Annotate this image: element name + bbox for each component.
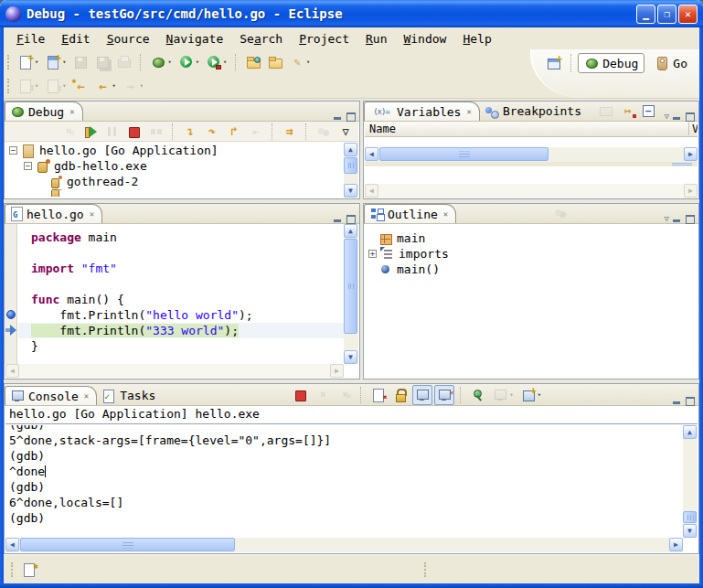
dropdown-arrow-icon[interactable]: ▾ (509, 391, 513, 399)
maximize-view-button[interactable] (685, 214, 695, 223)
scroll-thumb[interactable] (379, 147, 549, 161)
open-resource-button[interactable] (265, 52, 285, 72)
close-tab-icon[interactable]: ✕ (84, 391, 89, 401)
tree-item[interactable]: −gdb-hello.exe (5, 158, 344, 174)
scroll-left-button[interactable]: ◀ (5, 538, 19, 551)
dropdown-arrow-icon[interactable]: ▾ (140, 82, 144, 90)
menu-navigate[interactable]: Navigate (159, 30, 231, 48)
back-button[interactable]: ←▾ (92, 76, 118, 96)
close-button[interactable]: ✕ (678, 5, 698, 24)
toolbar-drag-handle[interactable] (7, 79, 10, 93)
tab-breakpoints[interactable]: Breakpoints (480, 102, 589, 121)
outline-tree[interactable]: main+importsmain() (365, 225, 698, 378)
tree-item[interactable]: −hello.go [Go Application] (5, 143, 344, 158)
minimize-view-button[interactable] (672, 396, 682, 405)
collapse-all-button[interactable]: − (640, 101, 657, 121)
tab-hello-go[interactable]: Ghello.go✕ (5, 204, 102, 223)
toolbar-drag-handle[interactable] (7, 55, 10, 69)
tab-tasks[interactable]: Tasks (97, 386, 163, 405)
tree-item[interactable]: gothread-2 (5, 174, 344, 189)
last-edit-location-button[interactable]: ← (70, 76, 91, 96)
perspective-debug[interactable]: Debug (578, 53, 644, 73)
code-line[interactable]: import "fmt" (18, 261, 345, 276)
show-stderr-changes-button[interactable]: ✕ (434, 385, 454, 405)
external-tools-button[interactable]: ▾ (204, 52, 229, 72)
clear-console-button[interactable] (368, 385, 389, 405)
search-button[interactable]: ✎▾ (287, 52, 313, 72)
debug-launch-tree[interactable]: −hello.go [Go Application]−gdb-hello.exe… (5, 143, 344, 198)
maximize-view-button[interactable] (346, 112, 356, 121)
step-into-button[interactable]: ↴ (180, 122, 200, 142)
console-hscrollbar[interactable]: ◀ ▶ (5, 538, 683, 552)
dropdown-arrow-icon[interactable]: ▾ (167, 59, 171, 66)
debug-launch-button[interactable]: ▾ (148, 52, 174, 72)
menu-help[interactable]: Help (455, 30, 498, 48)
view-menu-icon[interactable]: ▽ (665, 112, 669, 121)
scroll-thumb[interactable] (344, 157, 357, 174)
collapse-icon[interactable]: − (24, 162, 32, 170)
maximize-view-button[interactable] (346, 214, 356, 223)
expand-icon[interactable]: + (368, 250, 377, 258)
editor-annotation-ruler[interactable] (5, 224, 17, 364)
code-line[interactable]: } (18, 338, 345, 354)
menu-window[interactable]: Window (396, 30, 453, 48)
code-line[interactable]: fmt.Println("333 world"); (18, 323, 345, 338)
run-launch-button[interactable]: ▾ (176, 52, 202, 72)
collapse-icon[interactable]: − (9, 146, 17, 155)
scroll-down-button[interactable]: ▼ (683, 524, 697, 538)
console-output[interactable]: (gdb) 5^done,stack-args=[frame={level="0… (5, 425, 683, 538)
dropdown-arrow-icon[interactable]: ▾ (196, 59, 199, 66)
close-tab-icon[interactable]: ✕ (69, 107, 74, 116)
scroll-right-button[interactable]: ▶ (669, 538, 683, 551)
resume-button[interactable] (80, 122, 101, 142)
dropdown-arrow-icon[interactable]: ▾ (62, 82, 66, 90)
use-step-filters-button[interactable]: ⇉ (280, 122, 300, 142)
dropdown-arrow-icon[interactable]: ▾ (306, 59, 310, 66)
tree-item[interactable]: main (365, 230, 698, 246)
menu-search[interactable]: Search (232, 30, 290, 48)
editor-vscrollbar[interactable]: ▲ ▼ (344, 224, 358, 364)
new-button[interactable]: ▾ (16, 52, 41, 72)
terminate-button[interactable] (124, 122, 144, 142)
close-tab-icon[interactable]: ✕ (466, 107, 471, 116)
scroll-left-button[interactable]: ◀ (365, 147, 378, 161)
maximize-button[interactable]: ❐ (657, 5, 676, 24)
scroll-thumb[interactable] (683, 511, 697, 523)
scroll-up-button[interactable]: ▲ (344, 224, 357, 238)
variables-column-header[interactable]: Name V (365, 122, 698, 137)
tree-item[interactable] (5, 189, 344, 197)
title-bar[interactable]: Debug - testGo/src/cmd/hello.go - Eclips… (0, 0, 703, 27)
tab-debug[interactable]: Debug✕ (5, 102, 83, 121)
code-line[interactable]: package main (18, 230, 345, 245)
show-stdout-changes-button[interactable] (412, 385, 432, 405)
column-value[interactable]: V (688, 123, 698, 135)
close-tab-icon[interactable]: ✕ (90, 209, 94, 219)
menu-file[interactable]: File (9, 30, 52, 48)
menu-source[interactable]: Source (100, 30, 157, 48)
scroll-thumb[interactable] (20, 538, 235, 551)
maximize-view-button[interactable] (685, 112, 695, 121)
variables-tree[interactable] (365, 137, 698, 147)
dropdown-arrow-icon[interactable]: ▾ (538, 391, 541, 399)
open-perspective-button[interactable] (544, 53, 564, 73)
dropdown-arrow-icon[interactable]: ▾ (112, 82, 115, 90)
scroll-thumb[interactable] (344, 239, 357, 334)
minimize-view-button[interactable] (333, 214, 343, 223)
menu-project[interactable]: Project (292, 30, 357, 48)
perspective-go[interactable]: Go (648, 53, 694, 73)
menu-run[interactable]: Run (358, 30, 394, 48)
maximize-view-button[interactable] (685, 396, 695, 405)
tree-item[interactable]: main() (365, 262, 698, 277)
open-console-button[interactable]: ▾ (518, 385, 544, 405)
scroll-lock-button[interactable] (390, 385, 410, 405)
code-editor[interactable]: package mainimport "fmt"func main() { fm… (18, 224, 345, 364)
code-line[interactable]: fmt.Println("hello world"); (18, 307, 345, 323)
column-name[interactable]: Name (365, 123, 688, 135)
close-tab-icon[interactable]: ✕ (443, 209, 448, 219)
dropdown-arrow-icon[interactable]: ▾ (62, 59, 66, 66)
open-type-button[interactable] (243, 52, 263, 72)
dropdown-arrow-icon[interactable]: ▾ (223, 59, 227, 66)
tab-variables[interactable]: (x)=Variables✕ (364, 102, 480, 121)
menu-edit[interactable]: Edit (54, 30, 97, 48)
new-wizard-button[interactable]: ▾ (43, 52, 69, 72)
